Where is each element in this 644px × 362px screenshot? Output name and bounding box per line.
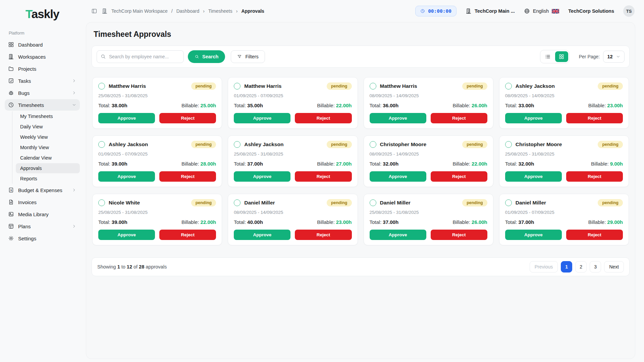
total-value: 40.00h [247,219,263,225]
approve-button[interactable]: Approve [234,113,290,123]
workspace-selector-label: TechCorp Main ... [475,8,515,14]
reject-button[interactable]: Reject [566,113,623,123]
breadcrumb-dashboard[interactable]: Dashboard [176,8,200,14]
approve-button[interactable]: Approve [505,113,562,123]
sidebar-subitem-approvals[interactable]: Approvals [16,163,80,173]
card-checkbox[interactable] [98,141,105,148]
gear-icon [8,235,14,241]
card-actions: Approve Reject [370,171,487,182]
sidebar-subitem-weekly-view[interactable]: Weekly View [16,132,80,142]
topbar-right: 00:00:00 TechCorp Main ... English TechC… [415,5,635,17]
card-checkbox[interactable] [505,83,512,89]
breadcrumb-separator: / [171,8,173,14]
reject-button[interactable]: Reject [295,113,352,123]
approve-button[interactable]: Approve [370,113,426,123]
reject-button[interactable]: Reject [159,171,216,182]
approve-button[interactable]: Approve [505,230,562,240]
sidebar-item-dashboard[interactable]: Dashboard [5,39,80,50]
reject-button[interactable]: Reject [295,171,352,182]
search-button[interactable]: Search [188,50,225,63]
showing-summary: Showing1 to12 of28 approvals [97,264,168,269]
sidebar-item-bugs[interactable]: Bugs [5,87,80,99]
building-icon [102,8,108,14]
total-label: Total: [370,219,382,225]
filters-button[interactable]: Filters [231,50,265,63]
per-page-select[interactable]: 12 [603,51,625,63]
sidebar-item-timesheets[interactable]: Timesheets [5,99,80,111]
of-word: of [133,264,138,269]
card-checkbox[interactable] [370,141,376,148]
reject-button[interactable]: Reject [431,113,487,123]
workspace-selector[interactable]: TechCorp Main ... [466,8,515,14]
card-checkbox[interactable] [370,199,376,206]
breadcrumb-timesheets[interactable]: Timesheets [208,8,232,14]
approve-button[interactable]: Approve [234,230,290,240]
reject-button[interactable]: Reject [159,230,216,240]
approve-button[interactable]: Approve [370,171,426,182]
approve-button[interactable]: Approve [505,171,562,182]
reject-button[interactable]: Reject [159,113,216,123]
card-header: Daniel Miller pending [505,199,623,206]
sidebar-subitem-reports[interactable]: Reports [16,174,80,184]
card-checkbox[interactable] [234,83,240,89]
breadcrumb-workspace[interactable]: TechCorp Main Workspace [111,8,168,14]
sidebar-subitem-monthly-view[interactable]: Monthly View [16,142,80,153]
card-checkbox[interactable] [98,83,105,89]
sidebar-subitem-calendar-view[interactable]: Calendar View [16,153,80,163]
sidebar-item-settings[interactable]: Settings [5,233,80,244]
employee-name: Matthew Harris [380,83,417,89]
approve-button[interactable]: Approve [98,171,155,182]
sidebar-toggle-button[interactable] [91,7,98,15]
total-hours: Total:40.00h [234,219,263,225]
reject-button[interactable]: Reject [295,230,352,240]
approve-button[interactable]: Approve [98,113,155,123]
sidebar-item-projects[interactable]: Projects [5,63,80,74]
approve-button[interactable]: Approve [98,230,155,240]
grid-view-button[interactable] [555,51,568,62]
card-checkbox[interactable] [234,141,240,148]
search-icon [100,54,106,59]
reject-button[interactable]: Reject [431,230,487,240]
page-2-button[interactable]: 2 [575,261,587,273]
reject-button[interactable]: Reject [431,171,487,182]
search-input[interactable] [97,50,184,63]
list-view-button[interactable] [541,51,554,62]
total-value: 37.00h [383,219,398,225]
timer-value: 00:00:00 [428,8,451,14]
billable-value: 22.00h [472,161,487,167]
language-selector[interactable]: English [524,8,559,14]
sidebar-subitem-daily-view[interactable]: Daily View [16,122,80,132]
total-label: Total: [505,103,517,108]
user-avatar[interactable]: TS [623,5,635,17]
approve-button[interactable]: Approve [234,171,290,182]
billable-hours: Billable:23.00h [588,103,623,108]
next-page-button[interactable]: Next [604,261,624,273]
billable-value: 29.00h [607,219,623,225]
card-checkbox[interactable] [98,199,105,206]
card-checkbox[interactable] [505,199,512,206]
reject-button[interactable]: Reject [566,230,623,240]
card-checkbox[interactable] [370,83,376,89]
card-actions: Approve Reject [234,230,352,240]
approve-button[interactable]: Approve [370,230,426,240]
search-wrap [97,50,184,63]
sidebar-item-invoices[interactable]: Invoices [5,196,80,208]
timer-widget[interactable]: 00:00:00 [415,6,457,16]
previous-page-button[interactable]: Previous [530,261,558,273]
total-hours: Total:37.00h [370,219,399,225]
clock-icon [420,9,425,13]
card-checkbox[interactable] [234,199,240,206]
sidebar-item-plans[interactable]: Plans [5,221,80,232]
employee-name: Matthew Harris [109,83,146,89]
sidebar-item-media-library[interactable]: Media Library [5,208,80,220]
total-label: Total: [98,161,110,167]
reject-button[interactable]: Reject [566,171,623,182]
sidebar-item-workspaces[interactable]: Workspaces [5,51,80,62]
sidebar-item-budget-expenses[interactable]: $ Budget & Expenses [5,184,80,196]
card-checkbox[interactable] [505,141,512,148]
sidebar-item-tasks[interactable]: Tasks [5,75,80,86]
page-3-button[interactable]: 3 [590,261,601,273]
sidebar-subitem-my-timesheets[interactable]: My Timesheets [16,111,80,121]
page-1-button[interactable]: 1 [561,261,572,273]
breadcrumb-current: Approvals [241,8,264,14]
